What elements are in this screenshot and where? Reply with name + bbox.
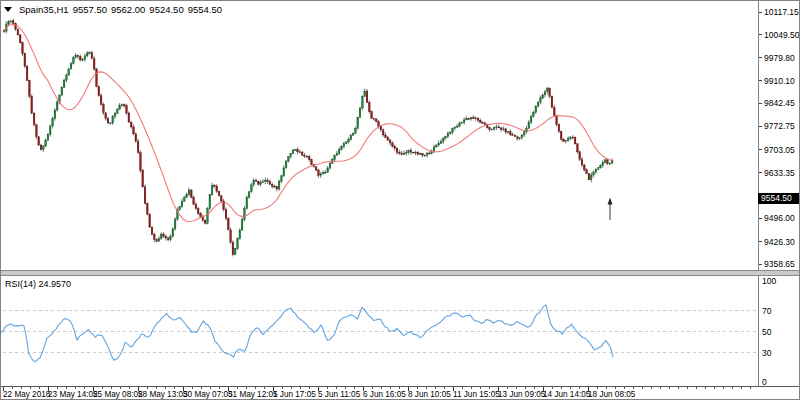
svg-text:9633.35: 9633.35 <box>764 168 795 178</box>
svg-text:9496.00: 9496.00 <box>764 213 795 223</box>
svg-text:6 Jun 16:05: 6 Jun 16:05 <box>363 390 406 399</box>
svg-text:30 May 07:05: 30 May 07:05 <box>183 390 233 399</box>
chart-canvas: 10117.1510049.509979.809910.109842.45977… <box>1 1 799 399</box>
svg-text:30: 30 <box>762 348 772 358</box>
svg-text:14 Jun 14:05: 14 Jun 14:05 <box>543 390 591 399</box>
svg-text:5 Jun 11:05: 5 Jun 11:05 <box>318 390 361 399</box>
svg-text:23 May 14:05: 23 May 14:05 <box>48 390 98 399</box>
svg-text:10049.50: 10049.50 <box>764 30 799 40</box>
svg-text:9910.10: 9910.10 <box>764 76 795 86</box>
rsi-line <box>1 305 613 362</box>
svg-text:9426.30: 9426.30 <box>764 237 795 247</box>
up-arrow-marker <box>608 198 613 221</box>
svg-text:9979.80: 9979.80 <box>764 53 795 63</box>
panel-borders <box>1 1 799 387</box>
svg-text:18 Jun 08:05: 18 Jun 08:05 <box>588 390 636 399</box>
svg-text:31 May 12:05: 31 May 12:05 <box>228 390 278 399</box>
chart-header: Spain35,H1 9557.50 9562.00 9524.50 9554.… <box>4 3 222 15</box>
moving-average-line <box>4 24 612 221</box>
svg-text:10117.15: 10117.15 <box>764 7 799 17</box>
svg-text:8 Jun 10:05: 8 Jun 10:05 <box>408 390 451 399</box>
svg-text:100: 100 <box>762 276 776 286</box>
ohlc-open: 9557.50 <box>73 4 107 15</box>
svg-text:70: 70 <box>762 306 772 316</box>
rsi-axis: 1007050300 <box>762 276 776 387</box>
svg-text:11 Jun 15:05: 11 Jun 15:05 <box>453 390 500 399</box>
candlestick-series[interactable] <box>3 19 613 257</box>
svg-text:25 May 08:05: 25 May 08:05 <box>93 390 143 399</box>
symbol-dropdown-icon[interactable] <box>4 7 12 12</box>
price-axis[interactable]: 10117.1510049.509979.809910.109842.45977… <box>758 7 799 269</box>
svg-text:9703.05: 9703.05 <box>764 145 795 155</box>
rsi-indicator-label: RSI(14) 24.9570 <box>5 279 71 289</box>
svg-text:50: 50 <box>762 327 772 337</box>
svg-text:9772.75: 9772.75 <box>764 121 795 131</box>
symbol-period-label: Spain35,H1 <box>19 4 69 15</box>
svg-text:13 Jun 09:05: 13 Jun 09:05 <box>498 390 546 399</box>
svg-text:22 May 2018: 22 May 2018 <box>3 390 51 399</box>
svg-text:9358.65: 9358.65 <box>764 259 795 269</box>
svg-text:1 Jun 17:05: 1 Jun 17:05 <box>273 390 316 399</box>
rsi-level-lines <box>3 311 758 352</box>
svg-text:9842.45: 9842.45 <box>764 98 795 108</box>
svg-text:28 May 13:05: 28 May 13:05 <box>138 390 188 399</box>
chart-window: 10117.1510049.509979.809910.109842.45977… <box>0 0 800 400</box>
current-price-badge: 9554.50 <box>758 193 800 204</box>
ohlc-close: 9554.50 <box>188 4 222 15</box>
time-axis[interactable]: 22 May 201823 May 14:0525 May 08:0528 Ma… <box>3 387 750 400</box>
ohlc-high: 9562.00 <box>111 4 145 15</box>
ohlc-low: 9524.50 <box>149 4 183 15</box>
panel-separator[interactable] <box>1 270 799 276</box>
svg-text:0: 0 <box>762 377 767 387</box>
